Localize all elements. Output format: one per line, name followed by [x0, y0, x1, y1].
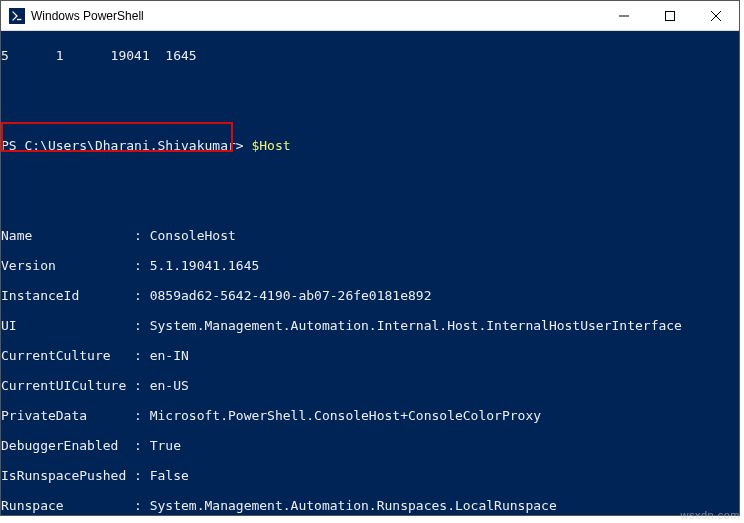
blank-line [1, 108, 739, 123]
command-text: $Host [251, 138, 290, 153]
svg-rect-2 [666, 11, 675, 20]
blank-line [1, 78, 739, 93]
blank-line [1, 198, 739, 213]
output-row-version: Version : 5.1.19041.1645 [1, 258, 739, 273]
window-title: Windows PowerShell [31, 9, 601, 23]
output-row-currentculture: CurrentCulture : en-IN [1, 348, 739, 363]
terminal-output-area[interactable]: 5 1 19041 1645 PS C:\Users\Dharani.Shiva… [1, 31, 739, 515]
output-row-privatedata: PrivateData : Microsoft.PowerShell.Conso… [1, 408, 739, 423]
close-button[interactable] [693, 1, 739, 30]
output-row-instanceid: InstanceId : 0859ad62-5642-4190-ab07-26f… [1, 288, 739, 303]
output-row-ui: UI : System.Management.Automation.Intern… [1, 318, 739, 333]
output-row-name: Name : ConsoleHost [1, 228, 739, 243]
output-row-debuggerenabled: DebuggerEnabled : True [1, 438, 739, 453]
prompt-path: PS C:\Users\Dharani.Shivakumar> [1, 138, 251, 153]
powershell-window: Windows PowerShell 5 1 19041 1645 PS C:\… [0, 0, 740, 516]
watermark-text: wsxdn.com [680, 509, 740, 521]
maximize-button[interactable] [647, 1, 693, 30]
window-controls [601, 1, 739, 30]
minimize-button[interactable] [601, 1, 647, 30]
output-line: 5 1 19041 1645 [1, 48, 739, 63]
title-bar[interactable]: Windows PowerShell [1, 1, 739, 31]
blank-line [1, 168, 739, 183]
prompt-line: PS C:\Users\Dharani.Shivakumar> $Host [1, 138, 739, 153]
output-row-currentuiculture: CurrentUICulture : en-US [1, 378, 739, 393]
powershell-icon [9, 8, 25, 24]
output-row-isrunspacepushed: IsRunspacePushed : False [1, 468, 739, 483]
output-row-runspace: Runspace : System.Management.Automation.… [1, 498, 739, 513]
